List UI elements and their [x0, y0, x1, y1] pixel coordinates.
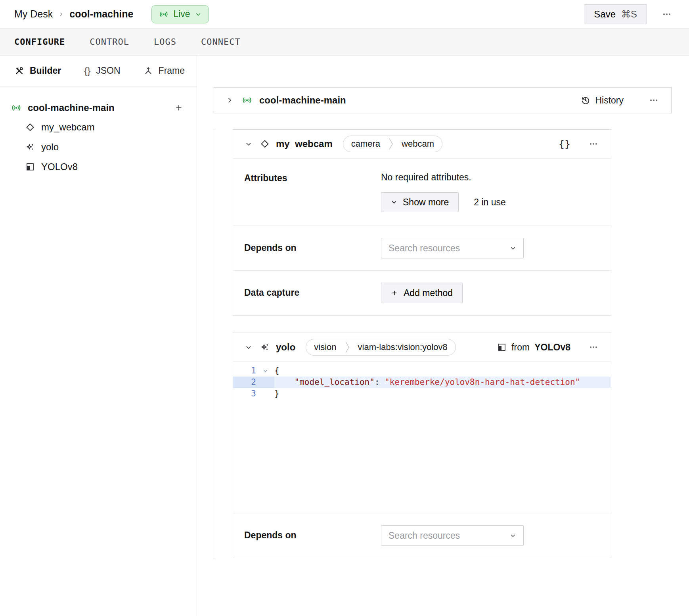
show-more-chevron-down-icon [391, 199, 397, 205]
code-indent [274, 377, 295, 387]
module-icon [497, 342, 507, 352]
main-tab-bar: CONFIGURE CONTROL LOGS CONNECT [0, 29, 689, 55]
select-chevron-down-icon [510, 245, 516, 251]
save-shortcut-hint: ⌘S [621, 9, 637, 20]
config-main-panel: cool-machine-main History [197, 55, 689, 616]
yolo-overflow-menu-icon[interactable] [586, 340, 601, 354]
mode-json[interactable]: {} JSON [84, 65, 120, 77]
yolo-collapse-chevron-down-icon[interactable] [243, 342, 254, 352]
yolo-card-header: yolo vision viam-labs:vision:yolov8 [233, 333, 611, 362]
builder-tools-icon [14, 66, 24, 76]
yolo-depends-section: Depends on Search resources [233, 513, 611, 558]
history-clock-icon [581, 96, 590, 105]
breadcrumb: My Desk cool-machine [14, 8, 133, 20]
yolo-depends-select[interactable]: Search resources [381, 525, 524, 546]
data-capture-label: Data capture [244, 283, 381, 303]
show-more-button[interactable]: Show more [381, 192, 459, 212]
sparkle-icon [260, 342, 270, 352]
top-bar-overflow-menu-icon[interactable] [659, 6, 675, 22]
save-button-label: Save [594, 9, 616, 20]
yolo-attributes-code-editor[interactable]: 1 { 2 "model_location": "keremberke [233, 362, 611, 513]
history-button[interactable]: History [581, 95, 624, 106]
mode-frame-label: Frame [159, 65, 185, 76]
select-chevron-down-icon [510, 532, 516, 539]
tree-item-label: my_webcam [41, 122, 95, 133]
tree-item-label: yolo [41, 142, 59, 153]
service-type-pill: vision [306, 342, 344, 352]
frame-axis-icon [144, 66, 153, 76]
sparkle-icon [25, 142, 35, 152]
tab-logs[interactable]: LOGS [154, 37, 176, 47]
tree-item-my-webcam[interactable]: my_webcam [11, 117, 186, 137]
live-status-dropdown[interactable]: Live [151, 5, 209, 23]
tree-item-yolov8-module[interactable]: YOLOv8 [11, 157, 186, 177]
component-type-pill: camera [343, 139, 388, 149]
top-bar: My Desk cool-machine Live Save ⌘S [0, 0, 689, 29]
breadcrumb-root-link[interactable]: My Desk [14, 8, 53, 20]
code-text: "model_location": "keremberke/yolov8n-ha… [274, 377, 611, 388]
depends-select-placeholder: Search resources [389, 530, 510, 541]
tab-configure[interactable]: CONFIGURE [14, 37, 65, 47]
breadcrumb-current: cool-machine [69, 8, 133, 20]
code-value-token: "keremberke/yolov8n-hard-hat-detection" [385, 377, 580, 387]
webcam-type-pills: camera webcam [343, 136, 442, 152]
machine-part-header: cool-machine-main History [214, 87, 672, 113]
add-method-button[interactable]: Add method [381, 283, 463, 303]
add-component-icon[interactable] [172, 101, 186, 115]
from-module-link[interactable]: from YOLOv8 [497, 342, 570, 353]
depends-on-label: Depends on [244, 525, 381, 546]
mode-json-label: JSON [96, 65, 120, 76]
live-label: Live [173, 9, 190, 19]
save-button[interactable]: Save ⌘S [584, 4, 647, 24]
line-number: 1 [233, 365, 256, 377]
braces-icon: {} [84, 65, 90, 77]
pill-separator-icon [388, 137, 394, 151]
attributes-empty-text: No required attributes. [381, 172, 601, 183]
code-text: { [274, 365, 611, 377]
diamond-icon [25, 122, 35, 132]
mode-frame[interactable]: Frame [144, 65, 185, 76]
line-number: 3 [233, 388, 256, 400]
tab-connect[interactable]: CONNECT [201, 37, 241, 47]
from-label: from [511, 342, 530, 353]
tab-control[interactable]: CONTROL [90, 37, 129, 47]
webcam-overflow-menu-icon[interactable] [586, 137, 601, 151]
attributes-label: Attributes [244, 172, 381, 212]
code-fold-chevron-down-icon[interactable] [256, 365, 274, 377]
tree-item-yolo[interactable]: yolo [11, 137, 186, 157]
machine-part-broadcast-icon [242, 95, 252, 105]
yolo-type-pills: vision viam-labs:vision:yolov8 [306, 339, 456, 356]
webcam-collapse-chevron-down-icon[interactable] [243, 139, 254, 149]
diamond-icon [260, 139, 270, 149]
attributes-in-use-count: 2 in use [474, 197, 506, 208]
service-card-yolo: yolo vision viam-labs:vision:yolov8 [233, 333, 611, 558]
config-mode-switcher: Builder {} JSON Frame [0, 55, 197, 86]
part-children-container: my_webcam camera webcam {} A [214, 129, 672, 559]
part-collapse-chevron-right-icon[interactable] [224, 95, 235, 105]
webcam-attributes-section: Attributes No required attributes. Show … [233, 158, 611, 226]
webcam-data-capture-section: Data capture Add method [233, 270, 611, 315]
component-card-my-webcam: my_webcam camera webcam {} A [233, 129, 611, 316]
component-tree: cool-machine-main my_webcam [0, 86, 197, 177]
show-more-label: Show more [403, 197, 449, 208]
tree-root-label: cool-machine-main [28, 102, 166, 113]
tree-item-label: YOLOv8 [41, 161, 78, 172]
module-icon [25, 162, 35, 172]
mode-builder-label: Builder [30, 65, 61, 76]
line-number: 2 [233, 377, 256, 388]
webcam-card-header: my_webcam camera webcam {} [233, 130, 611, 158]
mode-builder[interactable]: Builder [14, 65, 61, 76]
code-colon-token: : [375, 377, 385, 387]
plus-icon [391, 289, 398, 297]
part-title: cool-machine-main [259, 95, 574, 106]
tree-root-machine-part[interactable]: cool-machine-main [11, 98, 186, 117]
webcam-depends-section: Depends on Search resources [233, 226, 611, 270]
part-overflow-menu-icon[interactable] [647, 93, 661, 107]
config-sidebar: Builder {} JSON Frame [0, 55, 197, 616]
webcam-json-mode-icon[interactable]: {} [559, 138, 570, 150]
pill-separator-icon [344, 340, 350, 354]
live-chevron-down-icon [195, 11, 201, 17]
code-text: } [274, 388, 611, 400]
webcam-depends-select[interactable]: Search resources [381, 238, 524, 258]
component-model-pill: webcam [394, 139, 442, 149]
